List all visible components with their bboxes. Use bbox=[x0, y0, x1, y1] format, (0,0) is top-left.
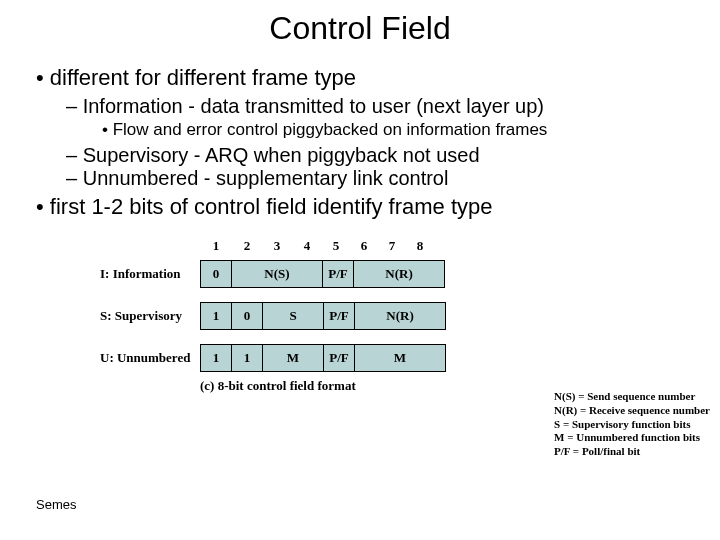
slide-body: different for different frame type Infor… bbox=[0, 65, 720, 220]
cell: 1 bbox=[201, 345, 232, 371]
cell: 0 bbox=[201, 261, 232, 287]
legend-line: S = Supervisory function bits bbox=[554, 418, 710, 432]
row-supervisory: S: Supervisory 1 0 S P/F N(R) bbox=[100, 302, 720, 330]
legend-line: N(S) = Send sequence number bbox=[554, 390, 710, 404]
bullet-1a: Information - data transmitted to user (… bbox=[66, 95, 702, 140]
cell: P/F bbox=[324, 345, 355, 371]
cell: P/F bbox=[323, 261, 354, 287]
column-numbers: 12345678 bbox=[200, 238, 720, 254]
bullet-2: first 1-2 bits of control field identify… bbox=[36, 194, 702, 220]
legend: N(S) = Send sequence number N(R) = Recei… bbox=[554, 390, 710, 459]
bullet-1a1: Flow and error control piggybacked on in… bbox=[102, 120, 702, 140]
bullet-1b: Supervisory - ARQ when piggyback not use… bbox=[66, 144, 702, 167]
cell: 0 bbox=[232, 303, 263, 329]
cell: M bbox=[263, 345, 324, 371]
bullet-1: different for different frame type Infor… bbox=[36, 65, 702, 190]
cell: 1 bbox=[232, 345, 263, 371]
row-label-unn: U: Unnumbered bbox=[100, 350, 200, 366]
cell: P/F bbox=[324, 303, 355, 329]
cell: 1 bbox=[201, 303, 232, 329]
cell: S bbox=[263, 303, 324, 329]
row-information: I: Information 0 N(S) P/F N(R) bbox=[100, 260, 720, 288]
legend-line: N(R) = Receive sequence number bbox=[554, 404, 710, 418]
cell: N(R) bbox=[355, 303, 445, 329]
row-unnumbered: U: Unnumbered 1 1 M P/F M bbox=[100, 344, 720, 372]
control-field-diagram: 12345678 I: Information 0 N(S) P/F N(R) … bbox=[100, 238, 720, 394]
legend-line: P/F = Poll/final bit bbox=[554, 445, 710, 459]
cell: N(S) bbox=[232, 261, 323, 287]
page-title: Control Field bbox=[0, 10, 720, 47]
bullet-1c: Unnumbered - supplementary link control bbox=[66, 167, 702, 190]
row-label-info: I: Information bbox=[100, 266, 200, 282]
cell: M bbox=[355, 345, 445, 371]
legend-line: M = Unnumbered function bits bbox=[554, 431, 710, 445]
footer-text: Semes bbox=[36, 497, 76, 512]
cell: N(R) bbox=[354, 261, 444, 287]
row-label-sup: S: Supervisory bbox=[100, 308, 200, 324]
